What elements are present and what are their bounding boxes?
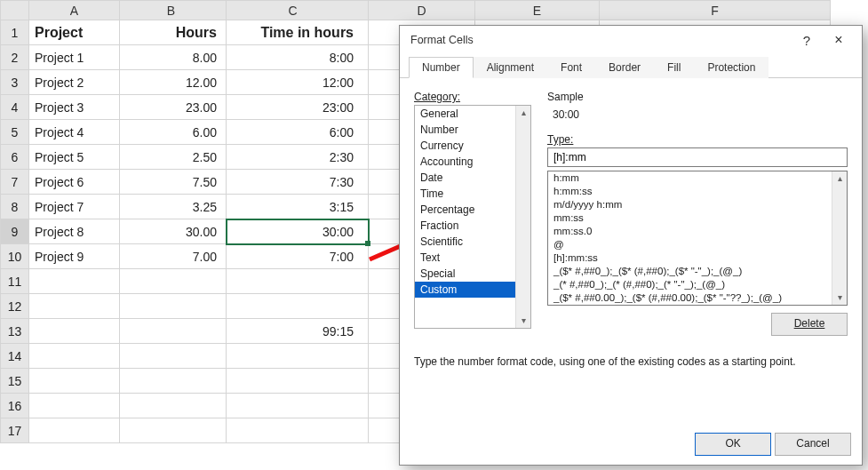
cell[interactable] bbox=[227, 418, 369, 443]
col-header-c[interactable]: C bbox=[227, 1, 369, 20]
cell[interactable]: Project 5 bbox=[29, 145, 120, 170]
dialog-titlebar[interactable]: Format Cells ? × bbox=[400, 26, 862, 54]
list-item[interactable]: mm:ss.0 bbox=[548, 225, 847, 238]
row-header[interactable]: 16 bbox=[1, 394, 29, 418]
active-cell[interactable]: 30:00 bbox=[227, 219, 369, 244]
cell[interactable] bbox=[120, 319, 227, 344]
cell[interactable]: Project 1 bbox=[29, 45, 120, 70]
cell[interactable]: Hours bbox=[120, 20, 227, 45]
cell[interactable] bbox=[227, 269, 369, 294]
cell[interactable]: 23.00 bbox=[120, 95, 227, 120]
cell[interactable] bbox=[29, 319, 120, 344]
tab-alignment[interactable]: Alignment bbox=[474, 57, 547, 78]
cell[interactable]: 99:15 bbox=[227, 319, 369, 344]
list-item[interactable]: @ bbox=[548, 238, 847, 251]
cell[interactable] bbox=[29, 394, 120, 418]
delete-button[interactable]: Delete bbox=[771, 313, 848, 336]
cell[interactable] bbox=[120, 344, 227, 369]
list-item[interactable]: Time bbox=[415, 186, 530, 202]
cell[interactable] bbox=[29, 418, 120, 443]
list-item[interactable]: Special bbox=[415, 266, 530, 282]
tab-font[interactable]: Font bbox=[547, 57, 595, 78]
cell[interactable]: Project 9 bbox=[29, 244, 120, 269]
col-header-a[interactable]: A bbox=[29, 1, 120, 20]
cell[interactable]: Project 3 bbox=[29, 95, 120, 120]
col-header-b[interactable]: B bbox=[120, 1, 227, 20]
cell[interactable]: 7.00 bbox=[120, 244, 227, 269]
cell[interactable]: Time in hours bbox=[227, 20, 369, 45]
corner-cell[interactable] bbox=[1, 1, 29, 20]
list-item[interactable]: h:mm bbox=[548, 171, 847, 185]
cell[interactable]: 12:00 bbox=[227, 70, 369, 95]
list-item[interactable]: _($* #,##0.00_);_($* (#,##0.00);_($* "-"… bbox=[548, 291, 847, 305]
tab-protection[interactable]: Protection bbox=[694, 57, 768, 78]
list-item[interactable]: [h]:mm:ss bbox=[548, 251, 847, 265]
list-item[interactable]: _(* #,##0.00_);_(* (#,##0.00);_(* "-"??_… bbox=[548, 305, 847, 306]
close-icon[interactable]: × bbox=[823, 32, 855, 48]
cell[interactable]: 7:30 bbox=[227, 170, 369, 195]
cell[interactable] bbox=[120, 269, 227, 294]
cell[interactable]: 3:15 bbox=[227, 195, 369, 219]
list-item[interactable]: Text bbox=[415, 250, 530, 266]
cell[interactable] bbox=[29, 369, 120, 394]
row-header[interactable]: 17 bbox=[1, 418, 29, 443]
cell[interactable] bbox=[29, 294, 120, 319]
cell[interactable]: 8.00 bbox=[120, 45, 227, 70]
list-item[interactable]: Percentage bbox=[415, 202, 530, 218]
cell[interactable]: 8:00 bbox=[227, 45, 369, 70]
list-item[interactable]: Number bbox=[415, 122, 530, 138]
row-header[interactable]: 8 bbox=[1, 195, 29, 219]
list-item[interactable]: _(* #,##0_);_(* (#,##0);_(* "-"_);_(@_) bbox=[548, 278, 847, 291]
list-item[interactable]: m/d/yyyy h:mm bbox=[548, 198, 847, 211]
row-header[interactable]: 14 bbox=[1, 344, 29, 369]
row-header[interactable]: 5 bbox=[1, 120, 29, 145]
list-item[interactable]: _($* #,##0_);_($* (#,##0);_($* "-"_);_(@… bbox=[548, 265, 847, 278]
category-listbox[interactable]: General Number Currency Accounting Date … bbox=[414, 105, 531, 329]
cell[interactable]: 23:00 bbox=[227, 95, 369, 120]
cell[interactable] bbox=[29, 344, 120, 369]
cell[interactable] bbox=[227, 294, 369, 319]
list-item[interactable]: Fraction bbox=[415, 218, 530, 234]
row-header[interactable]: 11 bbox=[1, 269, 29, 294]
list-item-selected[interactable]: Custom bbox=[415, 282, 530, 298]
cell[interactable]: 2:30 bbox=[227, 145, 369, 170]
list-item[interactable]: Currency bbox=[415, 138, 530, 154]
cell[interactable]: 12.00 bbox=[120, 70, 227, 95]
row-header[interactable]: 10 bbox=[1, 244, 29, 269]
tab-border[interactable]: Border bbox=[595, 57, 654, 78]
cell[interactable]: Project 4 bbox=[29, 120, 120, 145]
cell[interactable]: 6.00 bbox=[120, 120, 227, 145]
row-header[interactable]: 1 bbox=[1, 20, 29, 45]
col-header-e[interactable]: E bbox=[475, 1, 600, 20]
col-header-d[interactable]: D bbox=[369, 1, 475, 20]
cell[interactable]: 7:00 bbox=[227, 244, 369, 269]
cell[interactable]: 6:00 bbox=[227, 120, 369, 145]
cell[interactable]: Project 8 bbox=[29, 219, 120, 244]
cell[interactable] bbox=[120, 294, 227, 319]
ok-button[interactable]: OK bbox=[695, 433, 771, 456]
cell[interactable]: 7.50 bbox=[120, 170, 227, 195]
tab-fill[interactable]: Fill bbox=[654, 57, 694, 78]
tab-number[interactable]: Number bbox=[409, 57, 474, 78]
row-header[interactable]: 7 bbox=[1, 170, 29, 195]
cell[interactable] bbox=[120, 418, 227, 443]
row-header[interactable]: 2 bbox=[1, 45, 29, 70]
row-header[interactable]: 3 bbox=[1, 70, 29, 95]
cell[interactable]: Project 2 bbox=[29, 70, 120, 95]
row-header[interactable]: 9 bbox=[1, 219, 29, 244]
cell[interactable]: 2.50 bbox=[120, 145, 227, 170]
col-header-f[interactable]: F bbox=[600, 1, 831, 20]
cell[interactable]: Project 7 bbox=[29, 195, 120, 219]
cell[interactable] bbox=[227, 344, 369, 369]
type-listbox[interactable]: h:mm h:mm:ss m/d/yyyy h:mm mm:ss mm:ss.0… bbox=[547, 171, 848, 306]
cell[interactable]: Project 6 bbox=[29, 170, 120, 195]
cell[interactable]: 30.00 bbox=[120, 219, 227, 244]
cancel-button[interactable]: Cancel bbox=[775, 433, 851, 456]
row-header[interactable]: 12 bbox=[1, 294, 29, 319]
cell[interactable] bbox=[227, 369, 369, 394]
list-item[interactable]: mm:ss bbox=[548, 211, 847, 225]
row-header[interactable]: 15 bbox=[1, 369, 29, 394]
type-input[interactable] bbox=[547, 147, 848, 167]
row-header[interactable]: 6 bbox=[1, 145, 29, 170]
scrollbar[interactable] bbox=[515, 106, 530, 328]
